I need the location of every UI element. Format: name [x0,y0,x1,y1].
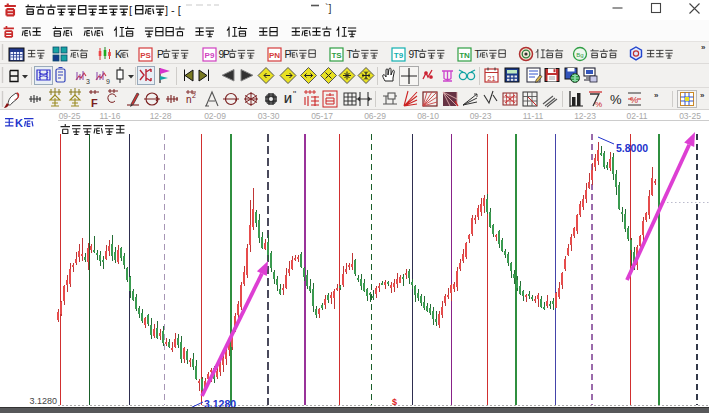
svg-text:F: F [91,97,98,109]
svg-text:»: » [700,91,705,100]
svg-text:11-16: 11-16 [99,111,120,121]
svg-text:09-25: 09-25 [59,111,81,121]
svg-text:T: T [413,49,419,60]
svg-text:`]: `] [325,2,331,14]
svg-text:06-29: 06-29 [364,111,386,121]
svg-text:03-30: 03-30 [258,111,280,121]
svg-text:02-09: 02-09 [204,111,226,121]
svg-text:02-11: 02-11 [626,111,647,121]
svg-text:PS: PS [140,51,151,60]
svg-text:[: [ [129,4,132,16]
svg-text:%: % [630,95,638,105]
svg-text:%: % [610,92,622,107]
svg-text:»: » [701,43,706,52]
svg-text:P: P [223,49,230,60]
svg-text:P9: P9 [205,51,215,60]
svg-text:09-23: 09-23 [470,111,492,121]
svg-text:K: K [15,117,23,129]
svg-text:3.1280: 3.1280 [29,396,57,406]
svg-text:TN: TN [459,51,470,60]
svg-text:12-23: 12-23 [574,111,596,121]
svg-text:$: $ [392,397,397,407]
svg-text:3: 3 [86,78,90,85]
svg-text:T9: T9 [394,51,404,60]
svg-text:n: n [186,94,192,105]
svg-text:] - [: ] - [ [165,4,181,16]
svg-text:08-10: 08-10 [417,111,439,121]
svg-text:9: 9 [106,78,110,85]
svg-text:21: 21 [487,74,495,83]
svg-text:05-17: 05-17 [311,111,333,121]
svg-text:2: 2 [192,92,196,99]
svg-text:P: P [157,49,164,60]
svg-text:12-28: 12-28 [150,111,172,121]
svg-text:03-25: 03-25 [679,111,701,121]
svg-text:": " [293,89,296,99]
svg-text:Bg: Bg [576,52,583,58]
svg-text:TS: TS [331,51,342,60]
svg-text:%: % [595,100,602,109]
svg-text:»: » [654,91,659,100]
svg-text:PN: PN [269,51,280,60]
svg-text:5.8000: 5.8000 [616,142,648,154]
svg-text:11-11: 11-11 [523,111,544,121]
svg-text:T: T [347,49,353,60]
svg-text:И: И [284,93,292,105]
